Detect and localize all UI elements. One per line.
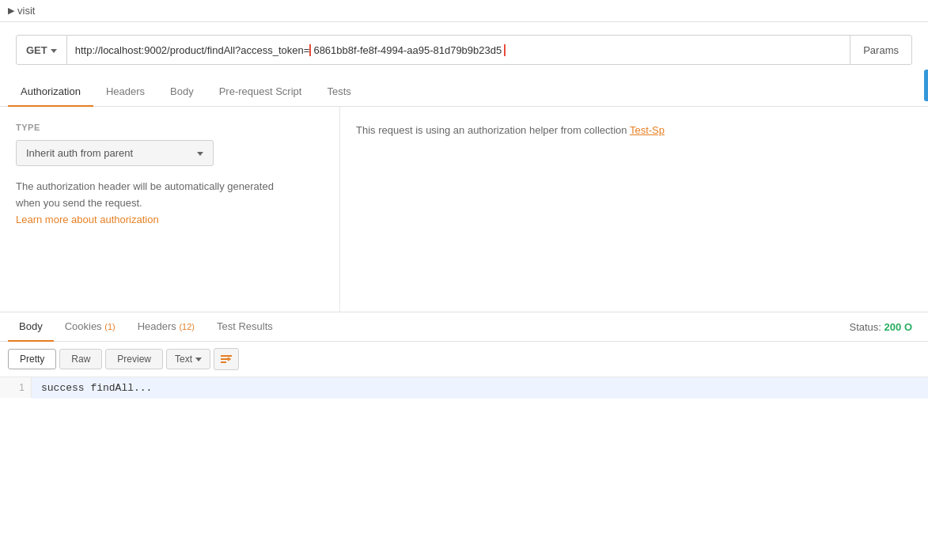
tab-response-headers[interactable]: Headers (12)	[127, 312, 206, 342]
helper-collection-link[interactable]: Test-Sp	[630, 124, 665, 136]
status-bar: Status: 200 O	[849, 321, 920, 333]
format-dropdown[interactable]: Text	[166, 349, 210, 369]
visit-label: ▶ visit	[8, 5, 35, 17]
visit-text: visit	[17, 5, 35, 17]
tab-tests[interactable]: Tests	[314, 78, 363, 107]
method-text: GET	[26, 44, 47, 56]
auth-left-panel: TYPE Inherit auth from parent The author…	[0, 107, 340, 312]
url-input[interactable]: http://localhost:9002/product/findAll?ac…	[67, 44, 850, 56]
auth-type-chevron-icon	[197, 147, 203, 159]
url-token: 6861bb8f-fe8f-4994-aa95-81d79b9b23d5	[309, 44, 506, 56]
headers-badge: (12)	[179, 322, 195, 331]
method-chevron-icon	[51, 44, 57, 56]
format-chevron-icon	[195, 354, 202, 365]
wrap-icon	[220, 354, 233, 365]
response-line-1: 1 success findAll...	[0, 377, 928, 399]
response-tabs: Body Cookies (1) Headers (12) Test Resul…	[8, 312, 284, 341]
visit-arrow-icon: ▶	[8, 6, 14, 16]
line-content: success findAll...	[32, 377, 928, 399]
url-prefix: http://localhost:9002/product/findAll?ac…	[75, 44, 506, 56]
tab-response-body[interactable]: Body	[8, 312, 54, 342]
auth-type-value: Inherit auth from parent	[26, 147, 133, 159]
auth-description: The authorization header will be automat…	[16, 179, 301, 228]
tab-authorization[interactable]: Authorization	[8, 78, 93, 107]
raw-button[interactable]: Raw	[59, 349, 102, 369]
type-label: TYPE	[16, 123, 324, 132]
format-text: Text	[175, 354, 192, 365]
tab-headers[interactable]: Headers	[93, 78, 157, 107]
tab-body[interactable]: Body	[157, 78, 206, 107]
auth-type-dropdown[interactable]: Inherit auth from parent	[16, 140, 214, 166]
response-toolbar: Pretty Raw Preview Text	[0, 342, 928, 377]
response-tabs-bar: Body Cookies (1) Headers (12) Test Resul…	[0, 312, 928, 342]
pretty-button[interactable]: Pretty	[8, 349, 56, 369]
wrap-button[interactable]	[214, 348, 239, 370]
method-selector[interactable]: GET	[17, 36, 67, 64]
request-tabs: Authorization Headers Body Pre-request S…	[0, 78, 928, 107]
preview-button[interactable]: Preview	[105, 349, 163, 369]
blue-side-indicator	[924, 70, 928, 101]
tab-pre-request-script[interactable]: Pre-request Script	[206, 78, 315, 107]
tab-cookies[interactable]: Cookies (1)	[54, 312, 127, 342]
content-area: TYPE Inherit auth from parent The author…	[0, 107, 928, 312]
line-number: 1	[0, 377, 32, 398]
tab-test-results[interactable]: Test Results	[206, 312, 284, 342]
params-button[interactable]: Params	[850, 36, 911, 64]
learn-more-link[interactable]: Learn more about authorization	[16, 214, 159, 225]
status-value: 200 O	[884, 321, 912, 333]
cookies-badge: (1)	[104, 322, 115, 331]
visit-bar: ▶ visit	[0, 0, 928, 22]
response-body: 1 success findAll...	[0, 377, 928, 399]
helper-text: This request is using an authorization h…	[356, 123, 665, 139]
auth-right-panel: This request is using an authorization h…	[340, 107, 928, 312]
